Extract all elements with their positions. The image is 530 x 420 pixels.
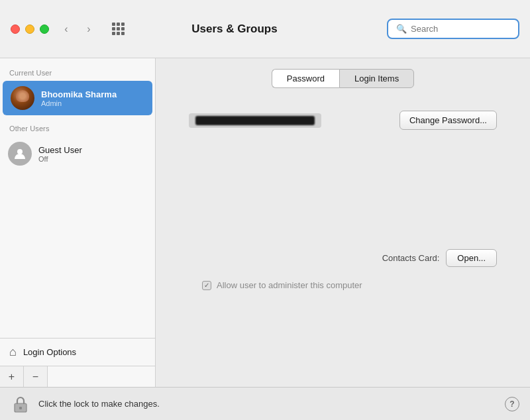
main-content: Current User Bhoomika Sharma Admin Other… xyxy=(0,58,530,387)
svg-rect-2 xyxy=(19,407,22,409)
current-user-role: Admin xyxy=(41,99,117,107)
guest-user-name: Guest User xyxy=(38,145,82,155)
login-options-label: Login Options xyxy=(23,347,76,357)
lock-icon-container[interactable] xyxy=(11,394,30,414)
login-options-item[interactable]: ⌂ Login Options xyxy=(0,338,155,366)
contacts-card-label: Contacts Card: xyxy=(382,253,440,263)
add-user-button[interactable]: + xyxy=(0,366,24,387)
change-password-button[interactable]: Change Password... xyxy=(399,111,497,130)
tab-bar: Password Login Items xyxy=(272,69,414,88)
tab-login-items[interactable]: Login Items xyxy=(339,69,414,88)
remove-user-button[interactable]: − xyxy=(24,366,48,387)
click-lock-text: Click the lock to make changes. xyxy=(38,399,497,409)
allow-admin-row: ✓ Allow user to administer this computer xyxy=(176,280,510,290)
password-masked xyxy=(195,116,315,125)
current-user-label: Current User xyxy=(0,66,155,81)
sidebar-buttons: + − xyxy=(0,366,155,387)
traffic-lights xyxy=(11,25,49,34)
sidebar: Current User Bhoomika Sharma Admin Other… xyxy=(0,58,156,387)
lock-icon xyxy=(12,395,29,413)
allow-admin-checkbox[interactable]: ✓ xyxy=(202,281,211,290)
minimize-button[interactable] xyxy=(25,25,34,34)
current-user-name: Bhoomika Sharma xyxy=(41,89,117,99)
password-content: Change Password... Contacts Card: Open..… xyxy=(156,104,530,290)
bottom-bar: Click the lock to make changes. ? xyxy=(0,387,530,420)
guest-user-item[interactable]: Guest User Off xyxy=(0,136,155,171)
svg-point-0 xyxy=(17,149,23,154)
guest-user-avatar xyxy=(8,142,32,166)
guest-user-status: Off xyxy=(38,155,82,163)
allow-admin-label: Allow user to administer this computer xyxy=(217,280,362,290)
maximize-button[interactable] xyxy=(40,25,49,34)
tab-password[interactable]: Password xyxy=(272,69,339,88)
back-button[interactable]: ‹ xyxy=(57,20,76,38)
house-icon: ⌂ xyxy=(9,345,17,359)
help-button[interactable]: ? xyxy=(505,397,519,411)
current-user-item[interactable]: Bhoomika Sharma Admin xyxy=(3,81,152,115)
other-users-label: Other Users xyxy=(0,122,155,136)
window-title: Users & Groups xyxy=(82,23,387,36)
titlebar: ‹ › Users & Groups 🔍 xyxy=(0,0,530,58)
password-field xyxy=(189,113,321,128)
current-user-info: Bhoomika Sharma Admin xyxy=(41,89,117,107)
person-icon xyxy=(13,146,27,161)
guest-user-info: Guest User Off xyxy=(38,145,82,163)
password-display-row: Change Password... xyxy=(176,111,510,130)
right-panel: Password Login Items Change Password... … xyxy=(156,58,530,387)
current-user-avatar xyxy=(11,86,34,110)
search-icon: 🔍 xyxy=(396,24,407,34)
open-contacts-button[interactable]: Open... xyxy=(446,249,497,267)
search-input[interactable] xyxy=(411,24,510,34)
search-box[interactable]: 🔍 xyxy=(387,19,519,39)
contacts-card-row: Contacts Card: Open... xyxy=(176,249,510,267)
close-button[interactable] xyxy=(11,25,20,34)
